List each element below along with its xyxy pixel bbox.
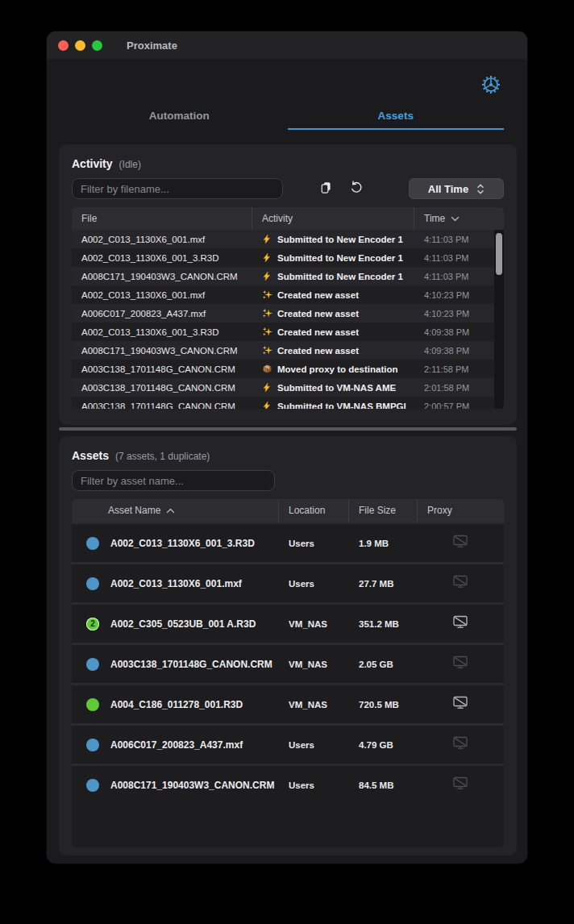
app-window: Proximate Automation Assets Activity (Id… — [46, 31, 528, 864]
copy-log-button[interactable] — [315, 178, 336, 199]
time-cell: 4:11:03 PM — [414, 272, 504, 281]
location-cell: Users — [279, 539, 349, 548]
activity-row[interactable]: A003C138_1701148G_CANON.CRM Moved proxy … — [72, 360, 504, 378]
file-size-cell: 1.9 MB — [349, 539, 418, 548]
panel-splitter-handle[interactable] — [59, 427, 517, 431]
asset-row[interactable]: A008C171_190403W3_CANON.CRMUsers84.5 MB — [72, 764, 504, 804]
asset-name-cell: 2A002_C305_0523UB_001 A.R3D — [72, 618, 279, 631]
location-cell: VM_NAS — [279, 619, 349, 629]
asset-row[interactable]: A002_C013_1130X6_001.mxfUsers27.7 MB — [72, 562, 504, 602]
window-title: Proximate — [127, 40, 177, 52]
pending-status-dot — [86, 577, 99, 590]
copy-icon — [319, 181, 333, 198]
lightning-icon — [262, 382, 272, 393]
sparkles-icon — [262, 345, 272, 356]
column-header-time[interactable]: Time — [414, 207, 504, 230]
asset-name-cell: A002_C013_1130X6_001.mxf — [72, 577, 279, 590]
tab-automation[interactable]: Automation — [71, 102, 288, 130]
file-cell: A003C138_1701148G_CANON.CRM — [72, 383, 252, 393]
activity-row[interactable]: A008C171_190403W3_CANON.CRM Created new … — [72, 341, 504, 360]
activity-row[interactable]: A006C017_200823_A437.mxf Created new ass… — [72, 304, 504, 323]
file-cell: A002_C013_1130X6_001_3.R3D — [72, 327, 252, 337]
refresh-icon — [349, 180, 364, 198]
pending-status-dot — [86, 779, 99, 792]
activity-scrollbar-thumb[interactable] — [496, 233, 502, 275]
refresh-button[interactable] — [346, 178, 367, 199]
time-cell: 2:00:57 PM — [414, 402, 504, 410]
no-proxy-display-icon — [452, 615, 468, 632]
activity-row[interactable]: A002_C013_1130X6_001_3.R3D Created new a… — [72, 323, 504, 341]
activity-row[interactable]: A002_C013_1130X6_001_3.R3D Submitted to … — [72, 248, 504, 267]
activity-cell: Submitted to New Encoder 1 — [252, 271, 414, 281]
file-cell: A008C171_190403W3_CANON.CRM — [72, 346, 252, 356]
activity-scrollbar-track[interactable] — [494, 230, 504, 409]
column-header-activity[interactable]: Activity — [252, 207, 414, 230]
asset-row[interactable]: A004_C186_011278_001.R3DVM_NAS720.5 MB — [72, 683, 504, 723]
time-cell: 4:11:03 PM — [414, 253, 504, 263]
asset-row[interactable]: 2A002_C305_0523UB_001 A.R3DVM_NAS351.2 M… — [72, 602, 504, 643]
minimize-button[interactable] — [75, 40, 85, 51]
file-cell: A003C138_1701148G_CANON.CRM — [72, 402, 252, 410]
assets-panel: Assets (7 assets, 1 duplicate) Asset Nam… — [59, 436, 517, 855]
file-cell: A002_C013_1130X6_001_3.R3D — [72, 253, 252, 263]
lightning-icon — [262, 401, 272, 409]
close-button[interactable] — [58, 40, 69, 51]
no-proxy-display-icon — [452, 656, 468, 672]
activity-row[interactable]: A003C138_1701148G_CANON.CRM Submitted to… — [72, 397, 504, 409]
settings-button[interactable] — [479, 74, 503, 98]
location-cell: Users — [279, 740, 349, 750]
lightning-icon — [262, 252, 272, 263]
file-size-cell: 720.5 MB — [349, 700, 418, 710]
activity-row[interactable]: A008C171_190403W3_CANON.CRM Submitted to… — [72, 267, 504, 285]
sparkles-icon — [262, 289, 272, 300]
assets-title: Assets — [72, 449, 109, 462]
asset-name-cell: A004_C186_011278_001.R3D — [72, 698, 279, 711]
time-cell: 4:10:23 PM — [414, 309, 504, 318]
asset-name-filter-input[interactable] — [72, 470, 275, 491]
zoom-button[interactable] — [92, 40, 102, 51]
pending-status-dot — [86, 658, 99, 671]
sparkles-icon — [262, 308, 272, 318]
no-proxy-display-icon — [452, 776, 468, 793]
activity-row[interactable]: A002_C013_1130X6_001.mxf Submitted to Ne… — [72, 230, 504, 248]
activity-cell: Created new asset — [252, 345, 414, 356]
sort-asc-icon — [166, 508, 175, 514]
asset-row[interactable]: A003C138_1701148G_CANON.CRMVM_NAS2.05 GB — [72, 643, 504, 683]
column-header-file-size[interactable]: File Size — [349, 499, 418, 522]
no-proxy-display-icon — [452, 736, 468, 753]
column-header-asset-name[interactable]: Asset Name — [72, 499, 279, 522]
activity-title: Activity — [72, 157, 113, 170]
asset-row[interactable]: A006C017_200823_A437.mxfUsers4.79 GB — [72, 723, 504, 764]
no-proxy-display-icon — [452, 575, 468, 592]
gear-icon — [480, 73, 502, 99]
pending-status-dot — [86, 537, 99, 550]
location-cell: VM_NAS — [279, 660, 349, 669]
proxy-cell — [418, 776, 502, 793]
filename-filter-input[interactable] — [72, 178, 283, 199]
activity-table-body: A002_C013_1130X6_001.mxf Submitted to Ne… — [72, 230, 504, 409]
activity-row[interactable]: A003C138_1701148G_CANON.CRM Submitted to… — [72, 378, 504, 397]
activity-row[interactable]: A002_C013_1130X6_001.mxf Created new ass… — [72, 285, 504, 304]
ready-status-dot: 2 — [86, 618, 99, 631]
proxy-cell — [418, 696, 502, 713]
assets-table-filler — [72, 804, 504, 847]
proxy-cell — [418, 736, 502, 753]
lightning-icon — [262, 234, 272, 244]
location-cell: VM_NAS — [279, 700, 349, 710]
proxy-cell — [418, 656, 502, 672]
column-header-location[interactable]: Location — [279, 499, 349, 522]
column-header-file[interactable]: File — [72, 207, 252, 230]
column-header-proxy[interactable]: Proxy — [418, 499, 502, 522]
ready-status-dot — [86, 698, 99, 711]
time-cell: 2:01:58 PM — [414, 383, 504, 393]
proxy-cell — [418, 575, 502, 592]
asset-row[interactable]: A002_C013_1130X6_001_3.R3DUsers1.9 MB — [72, 522, 504, 562]
tab-assets[interactable]: Assets — [288, 102, 505, 130]
time-cell: 4:11:03 PM — [414, 235, 504, 244]
activity-cell: Moved proxy to destination — [252, 364, 414, 374]
time-range-select[interactable]: All Time — [409, 178, 504, 199]
asset-name-cell: A002_C013_1130X6_001_3.R3D — [72, 537, 279, 550]
no-proxy-display-icon — [452, 535, 468, 551]
lightning-icon — [262, 271, 272, 281]
time-cell: 4:10:23 PM — [414, 290, 504, 300]
